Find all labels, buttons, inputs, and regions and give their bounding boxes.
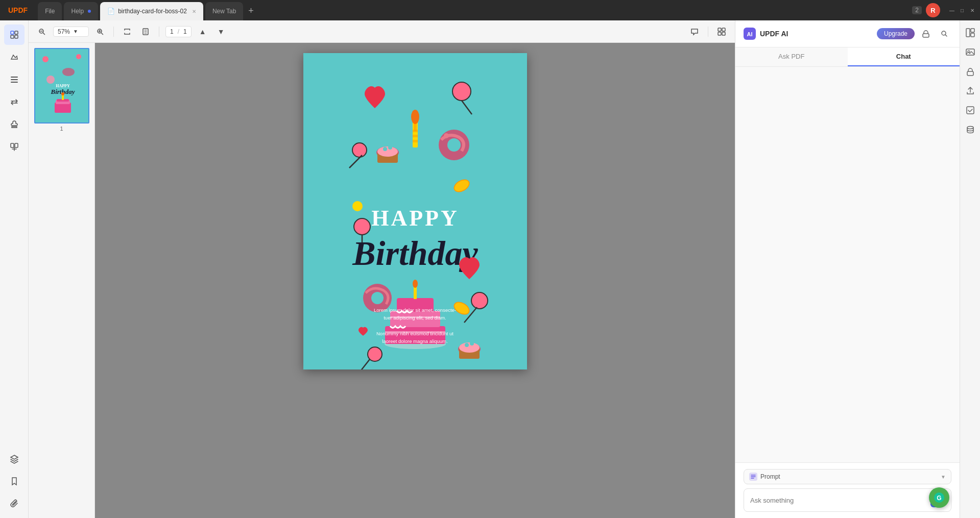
- svg-rect-15: [722, 32, 725, 35]
- organize-icon: [9, 75, 19, 85]
- svg-rect-58: [414, 287, 417, 299]
- titlebar: UPDF File Help 📄 birthday-card-for-boss-…: [0, 0, 980, 20]
- thumbnail-image-1: HAPPY Birthday: [34, 48, 89, 124]
- help-menu-label: Help: [71, 8, 84, 15]
- svg-rect-4: [11, 77, 18, 78]
- svg-point-20: [62, 68, 75, 76]
- zoom-out-button[interactable]: [35, 24, 49, 39]
- sidebar-item-attach[interactable]: [4, 494, 25, 514]
- page-total: 1: [183, 28, 187, 35]
- scroll-up-button[interactable]: ▲: [196, 24, 210, 39]
- sidebar-item-annotate[interactable]: [4, 47, 25, 67]
- doc-tab-icon: 📄: [107, 8, 115, 15]
- close-button[interactable]: ✕: [969, 7, 976, 14]
- svg-rect-3: [15, 35, 18, 38]
- new-tab-item[interactable]: New Tab: [205, 2, 243, 20]
- svg-rect-8: [15, 143, 18, 147]
- ai-chat-area[interactable]: [735, 67, 960, 462]
- thumbnail-page-number-1: 1: [60, 126, 63, 132]
- help-menu[interactable]: Help: [64, 2, 98, 20]
- tab-count: 2: [912, 6, 922, 14]
- right-panel-check-icon[interactable]: [962, 102, 978, 118]
- minimize-button[interactable]: —: [948, 7, 955, 14]
- fit-page-button[interactable]: [138, 24, 153, 39]
- stamp-icon: [9, 119, 19, 130]
- tab-close-button[interactable]: ✕: [192, 9, 196, 14]
- app-logo[interactable]: UPDF: [4, 4, 32, 16]
- sidebar-item-merge[interactable]: [4, 137, 25, 157]
- lock-icon: [966, 67, 975, 76]
- svg-point-43: [447, 138, 461, 152]
- svg-point-49: [352, 201, 363, 211]
- right-panel-image-icon[interactable]: [962, 44, 978, 60]
- zoom-selector[interactable]: 57% ▼: [53, 27, 89, 37]
- maximize-button[interactable]: □: [959, 7, 966, 14]
- svg-rect-80: [971, 33, 974, 37]
- zoom-dropdown-icon: ▼: [73, 29, 78, 34]
- page-navigation[interactable]: 1 / 1: [165, 26, 192, 37]
- annotate-icon: [9, 52, 19, 62]
- merge-icon: [9, 142, 19, 152]
- chat-tab[interactable]: Chat: [848, 47, 960, 66]
- layout-view-button[interactable]: [714, 24, 729, 39]
- svg-rect-41: [413, 140, 418, 142]
- sidebar-item-edit[interactable]: [4, 24, 25, 45]
- divider-1: [113, 27, 114, 37]
- sidebar-item-stamp[interactable]: [4, 114, 25, 135]
- ai-panel-header: AI UPDF AI Upgrade: [735, 20, 960, 47]
- ai-lock-button[interactable]: [919, 27, 933, 41]
- lorem-text: Lorem ipsum dolor sit amet, consecte- tu…: [303, 306, 527, 345]
- svg-point-29: [452, 82, 471, 101]
- main-layout: 57% ▼: [0, 20, 980, 518]
- zoom-out-icon: [38, 28, 45, 35]
- add-tab-button[interactable]: +: [248, 6, 254, 16]
- pdf-page: HAPPY Birthday: [303, 53, 527, 369]
- edit-icon: [9, 30, 19, 40]
- ai-search-button[interactable]: [937, 27, 951, 41]
- prompt-label: Prompt: [760, 473, 780, 480]
- ai-panel: AI UPDF AI Upgrade Ask P: [735, 20, 960, 518]
- right-panel-db-icon[interactable]: [962, 121, 978, 138]
- ai-input-row: [744, 488, 951, 512]
- check-icon: [966, 106, 975, 115]
- zoom-in-button[interactable]: [93, 24, 107, 39]
- comment-icon: [690, 28, 699, 36]
- svg-rect-75: [923, 34, 929, 37]
- comment-button[interactable]: [687, 24, 702, 39]
- svg-text:Birthday: Birthday: [352, 234, 478, 273]
- fit-page-icon: [142, 28, 149, 35]
- doc-tab[interactable]: 📄 birthday-card-for-boss-02 ✕: [100, 2, 203, 20]
- sidebar-item-bookmark[interactable]: [4, 471, 25, 491]
- svg-rect-78: [966, 29, 970, 37]
- convert-icon: [9, 97, 19, 107]
- sidebar-item-convert[interactable]: [4, 92, 25, 112]
- right-panel-lock-icon[interactable]: [962, 63, 978, 80]
- file-menu[interactable]: File: [38, 2, 62, 20]
- prompt-chevron-icon: ▼: [941, 474, 946, 480]
- svg-rect-40: [413, 135, 418, 137]
- thumbnail-page-1[interactable]: HAPPY Birthday 1: [34, 48, 89, 132]
- scroll-down-button[interactable]: ▼: [214, 24, 228, 39]
- svg-point-33: [377, 146, 398, 157]
- right-panel-layout-icon[interactable]: [962, 24, 978, 41]
- right-panel-share-icon[interactable]: [962, 83, 978, 99]
- content-area: 57% ▼: [29, 20, 735, 518]
- divider-3: [708, 27, 708, 37]
- user-avatar[interactable]: R: [926, 3, 940, 17]
- fit-width-button[interactable]: [120, 24, 134, 39]
- bookmark-icon: [9, 476, 19, 486]
- sidebar-item-organize[interactable]: [4, 69, 25, 90]
- sidebar-item-layers[interactable]: [4, 449, 25, 469]
- svg-point-17: [42, 56, 49, 62]
- titlebar-controls: 2 R — □ ✕: [912, 3, 976, 17]
- svg-point-59: [413, 280, 418, 288]
- pdf-canvas[interactable]: HAPPY Birthday: [95, 43, 735, 518]
- ai-panel-title: UPDF AI: [760, 30, 788, 38]
- prompt-selector[interactable]: Prompt ▼: [744, 469, 951, 484]
- ask-pdf-tab[interactable]: Ask PDF: [735, 47, 848, 66]
- svg-text:HAPPY: HAPPY: [371, 206, 459, 231]
- floating-chat-icon[interactable]: G: [929, 487, 949, 508]
- page-sep: /: [178, 28, 179, 35]
- ai-input[interactable]: [750, 497, 926, 504]
- upgrade-button[interactable]: Upgrade: [877, 28, 915, 39]
